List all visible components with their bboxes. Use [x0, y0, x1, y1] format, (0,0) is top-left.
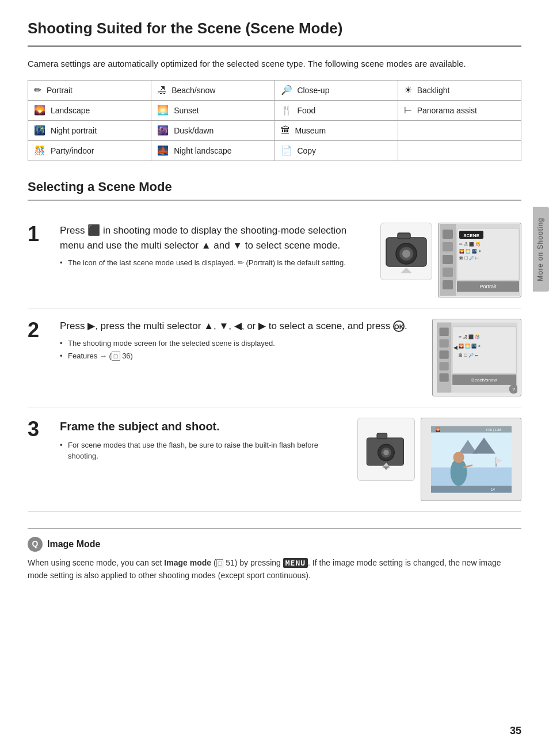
- svg-text:🌄 🌅 🌃 ✴: 🌄 🌅 🌃 ✴: [459, 249, 482, 254]
- svg-rect-26: [439, 362, 448, 370]
- image-mode-title: Image Mode: [47, 537, 100, 551]
- step-3-bullet-1: For scene modes that use the flash, be s…: [60, 440, 347, 462]
- svg-text:✏  🏖  ⬛  🎊: ✏ 🏖 ⬛ 🎊: [458, 334, 480, 339]
- svg-rect-23: [439, 327, 448, 335]
- step-3-content: Frame the subject and shoot. For scene m…: [60, 418, 347, 463]
- step-2-bullet-2: Features → (□ 36): [60, 350, 422, 362]
- image-mode-header: Q Image Mode: [28, 537, 521, 552]
- beachsnow-icon: 🏖: [157, 83, 166, 97]
- camera-svg: [383, 226, 429, 277]
- step-number-3: 3: [28, 418, 49, 441]
- screen-svg-2: ◀ ✏ 🏖 ⬛ 🎊 🌄 🌅 🌃 ✴ 🏛 ☐ 🔎 ⊢ Beach/snow ?: [437, 322, 517, 394]
- svg-text:?: ?: [512, 386, 515, 392]
- section-title: Selecting a Scene Mode: [28, 177, 521, 201]
- svg-text:🏛  ☐  🔎  ⊢: 🏛 ☐ 🔎 ⊢: [458, 353, 478, 358]
- table-row: 🌃 Night portrait 🌆 Dusk/dawn 🏛 Museum: [28, 120, 521, 140]
- step-2-bullets: The shooting mode screen for the selecte…: [60, 338, 422, 361]
- step-1-images: SCENE ✏ 🏖 ⬛ 🎊 🌄 🌅 🌃 ✴ 🏛 ☐ 🔎 ⊢ Portrait: [380, 223, 521, 297]
- svg-rect-10: [443, 255, 453, 264]
- image-mode-icon: Q: [28, 537, 43, 552]
- steps-container: 1 Press ⬛ in shooting mode to display th…: [28, 212, 521, 512]
- svg-rect-9: [443, 242, 453, 251]
- svg-point-40: [383, 449, 389, 455]
- svg-text:Beach/snow: Beach/snow: [471, 377, 497, 383]
- svg-rect-12: [443, 280, 453, 289]
- svg-text:🌄  🌅  🌃  ✴: 🌄 🌅 🌃 ✴: [458, 343, 481, 348]
- portrait-icon: ✏: [34, 83, 41, 97]
- party-icon: 🎊: [34, 144, 45, 158]
- closeup-icon: 🔎: [281, 83, 292, 97]
- svg-point-51: [453, 452, 464, 463]
- landscape-icon: 🌄: [34, 104, 45, 117]
- svg-rect-27: [439, 373, 448, 381]
- svg-rect-41: [377, 433, 387, 439]
- intro-text: Camera settings are automatically optimi…: [28, 58, 521, 71]
- svg-rect-24: [439, 339, 448, 347]
- step-1-camera-diagram: [380, 223, 432, 280]
- sunset-icon: 🌅: [157, 104, 169, 117]
- duskdawn-icon: 🌆: [157, 124, 169, 138]
- step-2-main: Press ▶, press the multi selector ▲, ▼, …: [60, 319, 422, 334]
- table-row: 🌄 Landscape 🌅 Sunset 🍴 Food ⊢ Panorama a…: [28, 100, 521, 120]
- svg-marker-5: [401, 268, 412, 273]
- side-tab: More on Shooting: [533, 207, 549, 292]
- step-1-bullet-1: The icon of the last scene mode used is …: [60, 257, 370, 269]
- step-2-bullet-1: The shooting mode screen for the selecte…: [60, 338, 422, 349]
- step-3-main: Frame the subject and shoot.: [60, 418, 347, 435]
- step-3: 3 Frame the subject and shoot. For scene…: [28, 407, 521, 512]
- image-mode-section: Q Image Mode When using scene mode, you …: [28, 528, 521, 582]
- svg-text:🏛 ☐ 🔎 ⊢: 🏛 ☐ 🔎 ⊢: [459, 255, 479, 261]
- table-row: ✏ Portrait 🏖 Beach/snow 🔎 Close-up ☀ Bac…: [28, 80, 521, 100]
- svg-rect-11: [443, 268, 453, 277]
- svg-rect-25: [439, 350, 448, 358]
- svg-rect-8: [443, 230, 453, 239]
- page-title: Shooting Suited for the Scene (Scene Mod…: [28, 17, 521, 47]
- step-1-bullets: The icon of the last scene mode used is …: [60, 257, 370, 269]
- scene-photo-svg: 🌄 P20 | 12M 14: [431, 423, 512, 495]
- step-1: 1 Press ⬛ in shooting mode to display th…: [28, 212, 521, 308]
- table-row: 🎊 Party/indoor 🌉 Night landscape 📄 Copy: [28, 140, 521, 161]
- panorama-icon: ⊢: [404, 104, 412, 117]
- step-3-scene-photo: 🌄 P20 | 12M 14: [421, 418, 521, 501]
- svg-text:SCENE: SCENE: [463, 233, 479, 238]
- step-2-screen: ◀ ✏ 🏖 ⬛ 🎊 🌄 🌅 🌃 ✴ 🏛 ☐ 🔎 ⊢ Beach/snow ?: [432, 319, 521, 396]
- svg-rect-4: [398, 233, 410, 239]
- step-3-bullets: For scene modes that use the flash, be s…: [60, 440, 347, 462]
- step-3-flash-diagram: [357, 418, 415, 481]
- step-1-screen: SCENE ✏ 🏖 ⬛ 🎊 🌄 🌅 🌃 ✴ 🏛 ☐ 🔎 ⊢ Portrait: [438, 223, 521, 297]
- step-1-main: Press ⬛ in shooting mode to display the …: [60, 223, 370, 253]
- copy-icon: 📄: [281, 144, 292, 158]
- step-number-2: 2: [28, 319, 49, 342]
- svg-text:14: 14: [491, 487, 495, 491]
- svg-text:🌄: 🌄: [436, 427, 440, 432]
- step-2: 2 Press ▶, press the multi selector ▲, ▼…: [28, 308, 521, 407]
- nightportrait-icon: 🌃: [34, 124, 45, 138]
- food-icon: 🍴: [281, 104, 292, 117]
- step-2-content: Press ▶, press the multi selector ▲, ▼, …: [60, 319, 422, 363]
- svg-rect-56: [431, 486, 512, 492]
- svg-point-3: [402, 250, 410, 258]
- flash-svg: [363, 424, 409, 475]
- step-1-content: Press ⬛ in shooting mode to display the …: [60, 223, 370, 270]
- svg-text:P20 | 12M: P20 | 12M: [486, 427, 501, 431]
- svg-text:✏ 🏖 ⬛ 🎊: ✏ 🏖 ⬛ 🎊: [459, 242, 481, 247]
- svg-text:◀: ◀: [453, 345, 457, 350]
- step-number-1: 1: [28, 223, 49, 246]
- scene-modes-table: ✏ Portrait 🏖 Beach/snow 🔎 Close-up ☀ Bac…: [28, 80, 521, 161]
- museum-icon: 🏛: [281, 124, 290, 138]
- image-mode-text: When using scene mode, you can set Image…: [28, 556, 521, 582]
- step-3-images: 🌄 P20 | 12M 14: [357, 418, 521, 501]
- step-2-images: ◀ ✏ 🏖 ⬛ 🎊 🌄 🌅 🌃 ✴ 🏛 ☐ 🔎 ⊢ Beach/snow ?: [432, 319, 521, 396]
- screen-svg-1: SCENE ✏ 🏖 ⬛ 🎊 🌄 🌅 🌃 ✴ 🏛 ☐ 🔎 ⊢ Portrait: [440, 224, 520, 296]
- page-number: 35: [510, 723, 521, 739]
- nightlandscape-icon: 🌉: [157, 144, 169, 158]
- svg-text:Portrait: Portrait: [479, 284, 497, 289]
- backlight-icon: ☀: [404, 83, 412, 97]
